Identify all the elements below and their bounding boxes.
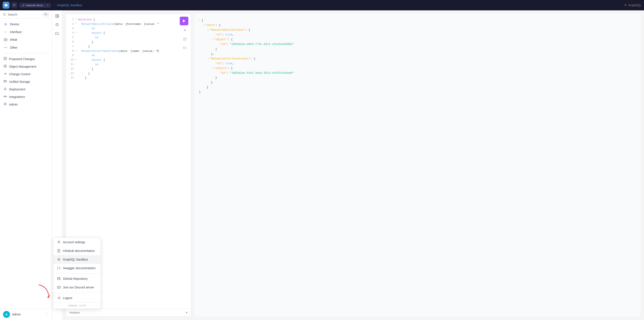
user-dropdown-menu: Account settings Infrahub documentation … — [53, 238, 101, 309]
sidebar-item-other-label: Other — [10, 46, 18, 49]
dropdown-footer: Infrahub - v1.0.0 — [54, 302, 100, 308]
sidebar-nav: D Device I Interface IPAM — [0, 18, 52, 308]
svg-rect-28 — [57, 14, 58, 16]
dropdown-item-github[interactable]: GitHub Repository — [54, 274, 100, 283]
graphql-sandbox-label: GraphQL Sandbox — [63, 258, 88, 261]
history-icon[interactable] — [53, 21, 61, 28]
headers-label: Headers — [70, 311, 80, 314]
branch-icon: ⎇ — [21, 4, 24, 7]
sidebar-item-proposed-changes[interactable]: Proposed Changes — [0, 55, 52, 63]
svg-rect-8 — [4, 39, 7, 41]
proposed-changes-label: Proposed Changes — [9, 57, 35, 61]
topbar-right: + GraphiQL — [624, 3, 642, 8]
topbar: ⎇ network-devic... ▼ / GraphQL Sandbox +… — [0, 0, 644, 10]
copy-icon[interactable] — [182, 44, 188, 51]
sidebar-item-interface[interactable]: I Interface — [0, 28, 52, 36]
magic-icon[interactable] — [182, 27, 188, 34]
code-line-8: 8 ▾ NetworkInterfaceCreate (data: {name:… — [66, 49, 191, 54]
unified-storage-icon — [4, 80, 7, 84]
sidebar-item-device[interactable]: D Device — [0, 20, 52, 28]
user-menu-button[interactable]: ⋮ — [45, 312, 49, 316]
search-left: Search — [3, 13, 17, 16]
svg-line-7 — [5, 15, 6, 16]
svg-rect-29 — [57, 16, 58, 18]
svg-point-13 — [6, 47, 7, 48]
branch-name: network-devic... — [26, 4, 46, 7]
dropdown-item-swagger-docs[interactable]: Swagger documentation — [54, 264, 100, 272]
sidebar-item-other[interactable]: Other — [0, 44, 52, 52]
run-button[interactable] — [180, 17, 188, 25]
result-line-9: "ok" : true , — [199, 61, 636, 66]
deployment-icon — [4, 87, 7, 91]
app-logo[interactable] — [2, 2, 10, 9]
object-management-icon — [4, 64, 7, 68]
result-line-8: ▾ "NetworkInterfaceCreate" : { — [199, 56, 636, 61]
result-line-14: } — [199, 85, 636, 90]
code-line-7: 7 } — [66, 44, 191, 49]
code-line-2: 2 ▾ NetworkDeviceCreate (data: {hostname… — [66, 22, 191, 26]
sidebar-item-admin[interactable]: Admin — [0, 100, 52, 108]
sidebar-item-interface-label: Interface — [10, 30, 22, 34]
sidebar-item-device-label: Device — [10, 22, 19, 26]
sidebar-item-ipam[interactable]: IPAM — [0, 36, 52, 44]
infrahub-docs-label: Infrahub documentation — [63, 249, 95, 252]
code-line-10: 10 ▾ object { — [66, 58, 191, 62]
sidebar-item-change-control[interactable]: Change Control — [0, 70, 52, 78]
code-line-12: 12 } — [66, 67, 191, 72]
editor-side-icons — [182, 27, 188, 51]
branch-selector[interactable]: ⎇ network-devic... ▼ — [19, 3, 51, 8]
dropdown-item-account-settings[interactable]: Account settings — [54, 238, 100, 246]
dropdown-item-infrahub-docs[interactable]: Infrahub documentation — [54, 246, 100, 255]
graphql-gear-icon — [57, 258, 61, 262]
svg-rect-27 — [56, 14, 57, 18]
search-icon — [3, 13, 6, 16]
svg-point-3 — [14, 6, 15, 6]
sidebar-item-ipam-label: IPAM — [10, 38, 17, 42]
code-line-9: 9 ok — [66, 54, 191, 58]
dropdown-item-graphql-sandbox[interactable]: GraphQL Sandbox — [54, 255, 100, 264]
svg-point-2 — [15, 4, 16, 5]
headers-section[interactable]: Headers ▾ — [66, 308, 191, 316]
headers-chevron: ▾ — [186, 311, 188, 314]
result-panel: ▾ { ▾ "data" : { ▾ "NetworkDeviceCreate"… — [195, 14, 640, 316]
add-tab-button[interactable]: + — [624, 3, 627, 8]
format-icon[interactable] — [182, 36, 188, 42]
layout-icon[interactable] — [53, 12, 61, 20]
svg-point-6 — [4, 13, 6, 15]
change-control-icon — [4, 72, 7, 76]
svg-rect-43 — [57, 286, 60, 288]
sidebar-item-deployment[interactable]: Deployment — [0, 86, 52, 93]
result-line-15: } — [199, 90, 636, 94]
result-line-1: ▾ "data" : { — [199, 23, 636, 28]
result-line-7: }, — [199, 52, 636, 56]
discord-icon — [57, 286, 61, 289]
svg-rect-20 — [4, 80, 6, 82]
admin-label: Admin — [9, 103, 18, 106]
code-line-14: 14 } — [66, 76, 191, 80]
other-icon — [4, 46, 8, 50]
doc-icon — [57, 249, 61, 253]
github-repo-label: GitHub Repository — [63, 277, 88, 280]
interface-icon: I — [4, 30, 8, 34]
folder-icon[interactable] — [53, 30, 61, 37]
svg-point-22 — [4, 82, 5, 82]
unified-storage-label: Unified Storage — [9, 80, 30, 84]
person-icon — [57, 240, 61, 244]
dropdown-item-discord[interactable]: Join our Discord server — [54, 283, 100, 292]
sidebar-item-object-management[interactable]: Object Management — [0, 63, 52, 70]
logout-label: Logout — [63, 296, 72, 300]
sidebar: Search ⌘K D Device I Interface IPAM — [0, 10, 52, 320]
search-bar[interactable]: Search ⌘K — [0, 10, 52, 18]
dropdown-item-logout[interactable]: Logout — [54, 294, 100, 302]
svg-point-42 — [58, 259, 60, 260]
svg-line-4 — [14, 5, 14, 6]
svg-point-11 — [6, 47, 6, 48]
sidebar-item-unified-storage[interactable]: Unified Storage — [0, 78, 52, 86]
result-line-12: } — [199, 76, 636, 80]
code-line-6: 6 } — [66, 40, 191, 44]
result-line-11: "id" : "1803d1ee-fd41-3aea-35c3-c51f5c5c… — [199, 71, 636, 76]
svg-point-26 — [4, 103, 6, 105]
graphiql-label: GraphiQL — [628, 4, 642, 7]
sidebar-item-integrations[interactable]: Integrations — [0, 93, 52, 100]
search-label: Search — [8, 13, 17, 16]
